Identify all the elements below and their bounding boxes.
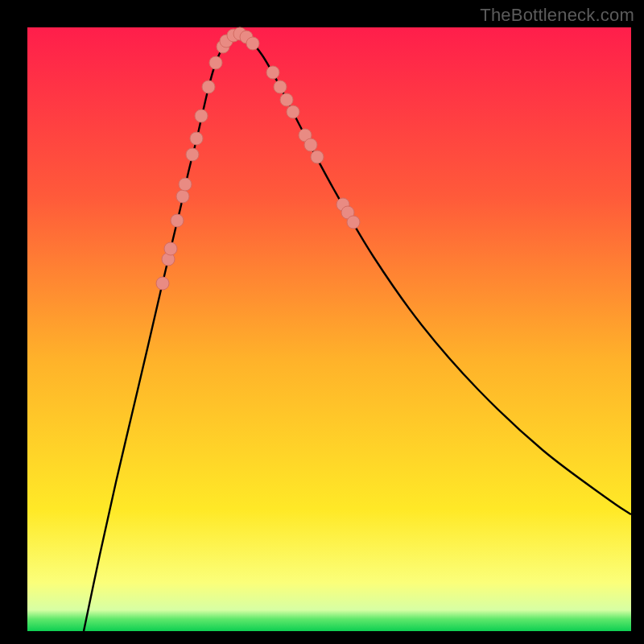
data-marker [246, 37, 259, 50]
data-marker [176, 190, 189, 203]
data-marker [266, 66, 279, 79]
data-marker [156, 277, 169, 290]
bottleneck-curve [84, 34, 631, 631]
curve-svg [27, 27, 631, 631]
data-marker [311, 151, 324, 163]
plot-area [27, 27, 631, 631]
data-marker [190, 132, 203, 145]
data-marker [280, 93, 293, 106]
watermark-text: TheBottleneck.com [480, 5, 634, 26]
data-marker [195, 109, 208, 122]
data-marker [287, 105, 299, 118]
data-marker [274, 80, 287, 93]
data-marker [171, 214, 184, 227]
data-marker [202, 80, 215, 93]
chart-stage: TheBottleneck.com [0, 0, 644, 644]
marker-layer [156, 27, 360, 290]
data-marker [304, 138, 317, 151]
data-marker [186, 148, 199, 161]
data-marker [164, 242, 177, 255]
data-marker [179, 178, 192, 191]
data-marker [347, 216, 360, 229]
data-marker [209, 56, 222, 69]
